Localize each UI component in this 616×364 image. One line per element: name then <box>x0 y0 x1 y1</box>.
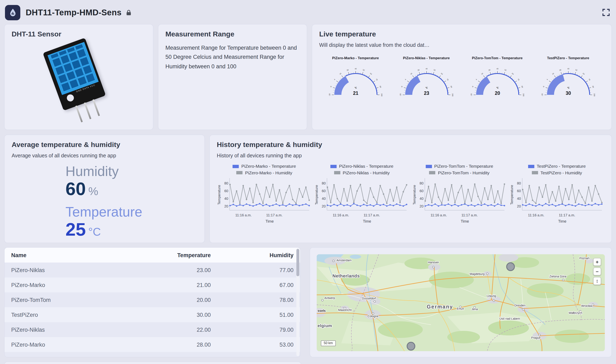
legend-item: TestPiZero - Humidity <box>509 169 605 176</box>
chart-legend: PiZero-Marko - TemperaturePiZero-Marko -… <box>217 163 312 176</box>
svg-text:40: 40 <box>425 68 427 70</box>
gauge-pizero-marko: PiZero-Marko - Temperature-20-8416284052… <box>321 56 390 101</box>
dashboard-page: DHT11-Temp-HMD-Sens DHT-11 Sensor GND D <box>0 0 616 364</box>
svg-text:11:17 a.m.: 11:17 a.m. <box>461 213 478 217</box>
legend-swatch <box>425 165 432 168</box>
svg-text:80: 80 <box>517 181 521 185</box>
sensor-image: GND DATA VCC <box>12 39 146 126</box>
lock-icon <box>126 9 131 15</box>
cell-name: PiZero-Niklas <box>5 262 129 277</box>
map-zoom-out-button[interactable]: − <box>593 268 601 275</box>
svg-text:52: 52 <box>575 69 577 71</box>
cell-value: 78.00 <box>218 292 300 307</box>
svg-text:16: 16 <box>339 72 342 75</box>
legend-item: PiZero-TomTom - Humidity <box>412 169 507 176</box>
map[interactable]: AmsterdamHanoverMagdeburgPoznańZielona G… <box>317 254 605 351</box>
cell-value: 20.00 <box>129 292 218 307</box>
history-card: History temperature & humidity History o… <box>209 135 612 243</box>
humidity-value: 60 <box>66 179 86 199</box>
history-chart-pizero-tomtom: PiZero-TomTom - TemperaturePiZero-TomTom… <box>412 163 507 224</box>
svg-text:88: 88 <box>450 86 452 88</box>
svg-text:-8: -8 <box>542 86 545 88</box>
svg-text:64: 64 <box>369 72 372 75</box>
svg-text:30: 30 <box>565 91 571 96</box>
svg-text:Poznań: Poznań <box>579 257 589 260</box>
top-row: DHT-11 Sensor GND DATA VCC Measurement R… <box>4 24 612 130</box>
legend-label: PiZero-TomTom - Humidity <box>438 169 490 176</box>
sensor-card-title: DHT-11 Sensor <box>12 30 146 39</box>
svg-text:Zielona Góra: Zielona Góra <box>549 275 566 278</box>
line-chart: 2040608011:16 a.m.11:17 a.m.TimeTemperat… <box>217 177 312 224</box>
svg-text:40: 40 <box>517 197 521 201</box>
sensor-pin <box>75 105 83 122</box>
svg-text:Leipzig: Leipzig <box>487 294 496 298</box>
map-zoom-in-button[interactable]: + <box>593 258 601 266</box>
svg-text:100: 100 <box>452 93 453 96</box>
svg-text:64: 64 <box>582 72 585 75</box>
table-row: PiZero-Marko21.0067.00 <box>5 277 300 292</box>
svg-text:28: 28 <box>559 69 561 71</box>
cell-name: PiZero-Marko <box>5 277 129 292</box>
svg-text:-20: -20 <box>541 93 543 96</box>
svg-text:Dusseldorf: Dusseldorf <box>362 297 376 300</box>
line-chart: 2040608011:16 a.m.11:17 a.m.TimeTemperat… <box>315 177 410 224</box>
svg-text:100: 100 <box>593 93 595 96</box>
svg-text:Amsterdam: Amsterdam <box>337 259 352 262</box>
svg-text:11:16 a.m.: 11:16 a.m. <box>430 213 447 217</box>
middle-row: Average temperature & humidity Average v… <box>4 135 612 243</box>
svg-text:40: 40 <box>496 68 498 70</box>
table-partial-row <box>5 352 300 357</box>
header: DHT11-Temp-HMD-Sens <box>5 3 610 22</box>
legend-label: TestPiZero - Temperature <box>537 163 586 170</box>
svg-text:20: 20 <box>224 205 228 208</box>
svg-text:20: 20 <box>419 205 423 208</box>
bottom-row: NameTemperatureHumidity PiZero-Niklas23.… <box>4 247 612 357</box>
column-header-temperature: Temperature <box>129 248 218 262</box>
svg-text:-8: -8 <box>400 86 403 88</box>
svg-text:11:16 a.m.: 11:16 a.m. <box>235 213 252 217</box>
legend-item: TestPiZero - Temperature <box>509 163 605 170</box>
legend-item: PiZero-Niklas - Humidity <box>315 169 410 176</box>
humidity-label: Humidity <box>66 164 197 179</box>
history-chart-testpizero: TestPiZero - TemperatureTestPiZero - Hum… <box>509 163 605 224</box>
chart-legend: TestPiZero - TemperatureTestPiZero - Hum… <box>509 163 605 176</box>
map-pitch-control[interactable]: ▲▼ <box>593 277 601 285</box>
table-row: PiZero-Marko28.0053.00 <box>5 337 300 352</box>
svg-text:40: 40 <box>355 68 356 70</box>
svg-text:11:16 a.m.: 11:16 a.m. <box>528 213 544 217</box>
app-logo <box>5 5 20 20</box>
svg-text:Maastricht: Maastricht <box>338 308 352 312</box>
svg-text:88: 88 <box>379 86 382 88</box>
table-row: TestPiZero30.0051.00 <box>5 307 300 322</box>
column-header-name: Name <box>5 248 129 262</box>
svg-text:11:17 a.m.: 11:17 a.m. <box>559 213 575 217</box>
svg-text:Temperature: Temperature <box>510 185 514 205</box>
svg-text:40: 40 <box>322 197 326 201</box>
table-scrollbar-thumb[interactable] <box>296 249 299 276</box>
fullscreen-button[interactable] <box>602 8 610 17</box>
svg-text:60: 60 <box>224 189 228 193</box>
table-row: PiZero-Niklas22.0079.00 <box>5 322 300 337</box>
svg-text:Temperature: Temperature <box>412 185 416 205</box>
svg-text:-20: -20 <box>328 93 330 96</box>
temperature-value: 25 <box>66 219 86 240</box>
average-values: Humidity 60% Temperature 25°C <box>66 164 197 239</box>
live-temperature-card: Live temperature Will display the latest… <box>312 24 612 130</box>
temperature-label: Temperature <box>66 205 197 220</box>
column-header-humidity: Humidity <box>218 248 300 262</box>
temperature-unit: °C <box>88 226 101 238</box>
svg-text:60: 60 <box>419 189 423 193</box>
svg-text:28: 28 <box>417 69 420 71</box>
line-chart: 2040608011:16 a.m.11:17 a.m.TimeTemperat… <box>412 177 507 224</box>
gauge-pizero-tomtom: PiZero-TomTom - Temperature-20-841628405… <box>463 56 532 101</box>
legend-label: PiZero-TomTom - Temperature <box>434 163 493 170</box>
svg-text:Magdeburg: Magdeburg <box>470 272 485 276</box>
temperature-value-row: 25°C <box>66 221 197 239</box>
history-card-title: History temperature & humidity <box>217 141 604 149</box>
svg-text:4: 4 <box>404 78 407 80</box>
table-row: PiZero-Niklas23.0077.00 <box>5 262 300 277</box>
chart-legend: PiZero-TomTom - TemperaturePiZero-TomTom… <box>412 163 507 176</box>
map-canvas: AmsterdamHanoverMagdeburgPoznańZielona G… <box>317 254 605 351</box>
svg-text:80: 80 <box>322 181 326 185</box>
svg-text:Time: Time <box>363 219 371 223</box>
